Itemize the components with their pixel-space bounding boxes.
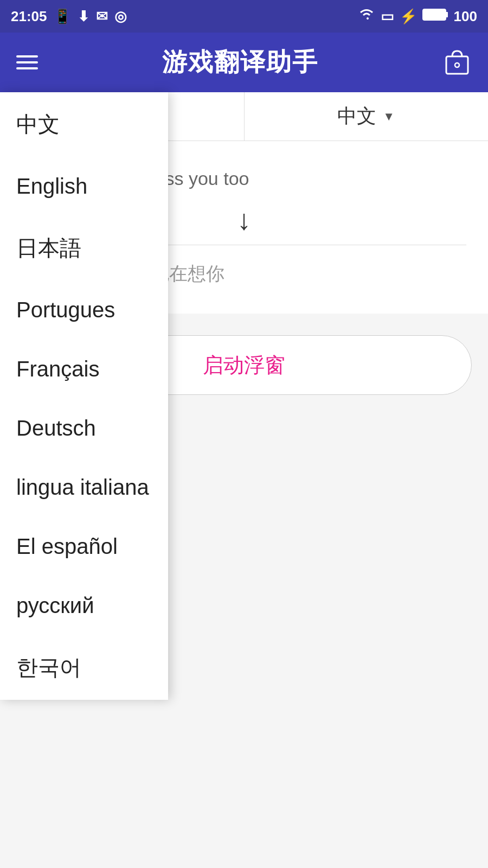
svg-point-3 — [455, 63, 459, 67]
battery-percent: 100 — [454, 8, 477, 25]
status-time: 21:05 — [11, 8, 47, 25]
dropdown-item-portugues[interactable]: Portugues — [0, 280, 168, 340]
app-bar: 游戏翻译助手 — [0, 33, 488, 92]
svg-rect-0 — [423, 9, 446, 20]
dropdown-item-russian[interactable]: русский — [0, 576, 168, 635]
wifi-icon — [358, 8, 375, 25]
dropdown-item-italian[interactable]: lingua italiana — [0, 458, 168, 517]
mail-icon: ✉ — [96, 8, 108, 25]
sim-icon: 📱 — [54, 8, 71, 25]
dropdown-item-spanish[interactable]: El español — [0, 517, 168, 576]
svg-rect-1 — [446, 12, 448, 17]
target-lang-dropdown-icon: ▼ — [383, 110, 395, 124]
dropdown-item-english[interactable]: English — [0, 157, 168, 216]
charging-icon: ⚡ — [400, 8, 417, 25]
target-lang-selector[interactable]: 中文 ▼ — [245, 92, 489, 141]
svg-rect-2 — [446, 56, 468, 74]
battery-level — [422, 8, 448, 25]
hamburger-line-1 — [16, 55, 38, 58]
dropdown-item-korean[interactable]: 한국어 — [0, 635, 168, 700]
dropdown-item-japanese[interactable]: 日本語 — [0, 216, 168, 280]
dropdown-item-chinese[interactable]: 中文 — [0, 92, 168, 157]
dropdown-item-german[interactable]: Deutsch — [0, 399, 168, 458]
status-bar-left: 21:05 📱 ⬇ ✉ ◎ — [11, 8, 127, 25]
alarm-icon: ◎ — [114, 8, 127, 25]
dropdown-item-french[interactable]: Français — [0, 340, 168, 399]
signal-icon: ▭ — [381, 8, 394, 25]
bag-icon[interactable] — [442, 47, 472, 78]
hamburger-line-3 — [16, 67, 38, 69]
float-window-button-label: 启动浮窗 — [203, 352, 285, 379]
status-bar: 21:05 📱 ⬇ ✉ ◎ ▭ ⚡ 100 — [0, 0, 488, 33]
main-content: 中文 ▼ 中文 ▼ you miss me, I miss you too ↓ … — [0, 92, 488, 868]
target-lang-label: 中文 — [337, 103, 376, 130]
status-bar-right: ▭ ⚡ 100 — [358, 8, 477, 25]
app-title: 游戏翻译助手 — [162, 46, 318, 79]
hamburger-line-2 — [16, 61, 38, 63]
usb-icon: ⬇ — [78, 8, 89, 25]
dropdown-menu: 中文English日本語PortuguesFrançaisDeutschling… — [0, 92, 168, 700]
hamburger-menu-button[interactable] — [16, 55, 38, 69]
